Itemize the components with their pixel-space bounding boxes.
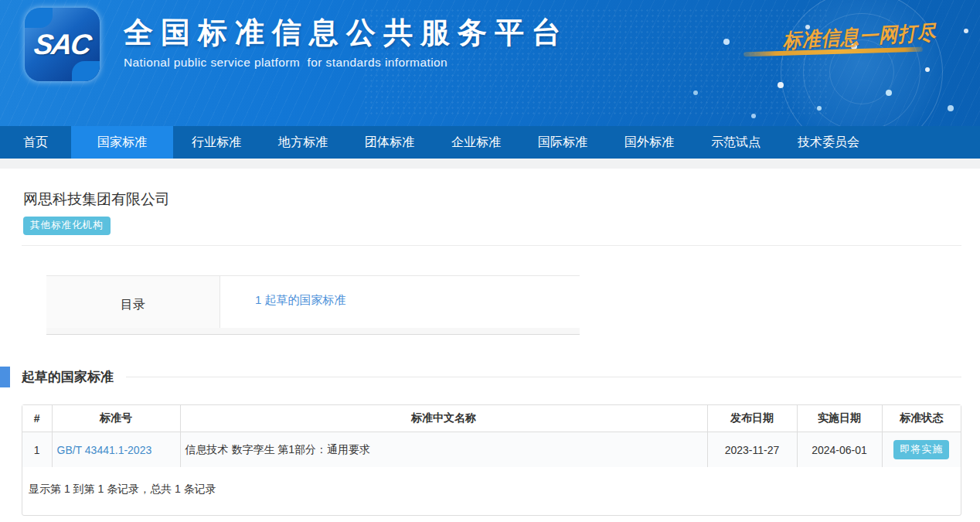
- nav-item-home[interactable]: 首页: [0, 126, 71, 159]
- standards-table-container: # 标准号 标准中文名称 发布日期 实施日期 标准状态 1 GB/T 43441…: [22, 404, 961, 516]
- globe-graphic: [781, 0, 943, 126]
- nav-item-technical-committee[interactable]: 技术委员会: [779, 126, 878, 159]
- sac-logo-text: SAC: [19, 8, 104, 81]
- nav-item-industry-standards[interactable]: 行业标准: [173, 126, 260, 159]
- nav-item-label: 国外标准: [624, 135, 674, 148]
- nav-item-national-standards[interactable]: 国家标准: [71, 126, 173, 159]
- glow-dots: [0, 0, 3, 3]
- nav-item-label: 团体标准: [365, 135, 414, 148]
- nav-item-group-standards[interactable]: 团体标准: [346, 126, 433, 159]
- standard-no-link[interactable]: GB/T 43441.1-2023: [57, 444, 152, 456]
- toc-link-drafted-standards[interactable]: 1 起草的国家标准: [255, 293, 346, 306]
- section-marker: [0, 367, 10, 387]
- toc-label: 目录: [46, 276, 220, 334]
- site-subtitle: National public service platform for sta…: [124, 56, 569, 70]
- nav-item-label: 行业标准: [192, 135, 241, 148]
- org-name: 网思科技集团有限公司: [23, 190, 958, 209]
- main-content: 网思科技集团有限公司 其他标准化机构 目录 1 起草的国家标准 起草的国家标准 …: [0, 190, 980, 516]
- status-badge: 即将实施: [893, 440, 949, 459]
- nav-item-international-standards[interactable]: 国际标准: [519, 126, 606, 159]
- standards-table: # 标准号 标准中文名称 发布日期 实施日期 标准状态 1 GB/T 43441…: [22, 405, 961, 467]
- nav-item-label: 首页: [23, 135, 48, 148]
- col-header-standard-no: 标准号: [52, 405, 180, 432]
- table-header-row: # 标准号 标准中文名称 发布日期 实施日期 标准状态: [22, 405, 961, 432]
- col-header-index: #: [22, 405, 52, 432]
- divider: [22, 245, 961, 246]
- section-title: 起草的国家标准: [22, 368, 114, 386]
- cell-standard-no: GB/T 43441.1-2023: [52, 432, 180, 468]
- nav-item-label: 地方标准: [278, 135, 328, 148]
- nav-item-enterprise-standards[interactable]: 企业标准: [433, 126, 519, 159]
- section-rule: [126, 377, 961, 377]
- nav-item-label: 示范试点: [711, 135, 761, 148]
- main-nav: 首页 国家标准 行业标准 地方标准 团体标准 企业标准 国际标准 国外标准 示范…: [0, 126, 980, 159]
- org-type-badge: 其他标准化机构: [23, 217, 111, 235]
- nav-item-foreign-standards[interactable]: 国外标准: [606, 126, 692, 159]
- nav-item-local-standards[interactable]: 地方标准: [260, 126, 346, 159]
- toc-box: 目录 1 起草的国家标准: [46, 275, 580, 335]
- site-title: 全国标准信息公共服务平台: [124, 15, 569, 50]
- col-header-name-cn: 标准中文名称: [180, 405, 707, 432]
- toc-body: 1 起草的国家标准: [220, 276, 580, 334]
- col-header-status: 标准状态: [882, 405, 961, 432]
- cell-index: 1: [22, 432, 52, 468]
- nav-item-label: 企业标准: [451, 135, 501, 148]
- col-header-implement-date: 实施日期: [797, 405, 882, 432]
- section-header: 起草的国家标准: [0, 367, 980, 387]
- toc-bottom-strip: [46, 328, 580, 334]
- site-titles: 全国标准信息公共服务平台 National public service pla…: [124, 15, 569, 70]
- col-header-publish-date: 发布日期: [707, 405, 797, 432]
- sac-logo[interactable]: SAC: [25, 8, 100, 81]
- cell-publish-date: 2023-11-27: [707, 432, 797, 468]
- site-banner: SAC 全国标准信息公共服务平台 National public service…: [0, 0, 980, 126]
- table-row: 1 GB/T 43441.1-2023 信息技术 数字孪生 第1部分：通用要求 …: [22, 432, 961, 468]
- cell-name-cn: 信息技术 数字孪生 第1部分：通用要求: [180, 432, 707, 468]
- table-record-summary: 显示第 1 到第 1 条记录，总共 1 条记录: [22, 467, 961, 515]
- nav-item-label: 国际标准: [538, 135, 587, 148]
- nav-item-pilot-demo[interactable]: 示范试点: [692, 126, 779, 159]
- nav-item-label: 技术委员会: [798, 135, 859, 148]
- page-gap-band: [0, 159, 980, 169]
- cell-implement-date: 2024-06-01: [797, 432, 882, 468]
- cell-status: 即将实施: [882, 432, 961, 468]
- nav-item-label: 国家标准: [97, 135, 147, 148]
